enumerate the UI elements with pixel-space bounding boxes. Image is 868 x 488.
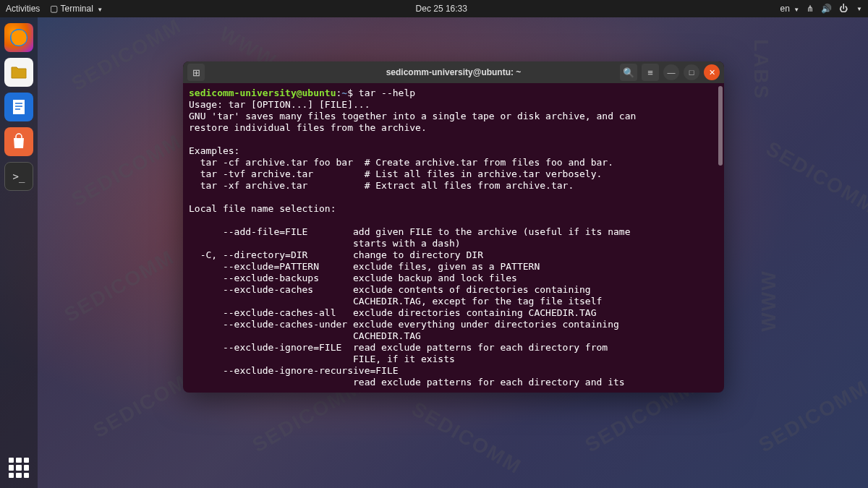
- terminal-prompt-icon: >_: [13, 171, 25, 182]
- scrollbar-thumb[interactable]: [718, 86, 723, 166]
- activities-button[interactable]: Activities: [6, 4, 40, 14]
- maximize-icon: □: [689, 68, 694, 77]
- prompt-path: ~: [341, 87, 347, 98]
- hamburger-icon: ≡: [647, 67, 653, 78]
- firefox-icon: [8, 27, 30, 48]
- volume-icon[interactable]: 🔊: [821, 4, 832, 14]
- network-icon[interactable]: ⋔: [807, 4, 814, 14]
- shopping-bag-icon: [9, 132, 28, 151]
- top-bar: Activities ▢ Terminal ▼ Dec 25 16:33 en …: [0, 0, 868, 17]
- chevron-down-icon: ▼: [97, 7, 103, 13]
- close-button[interactable]: ✕: [704, 64, 720, 80]
- command-text: tar --help: [359, 87, 415, 98]
- terminal-menu[interactable]: ▢ Terminal ▼: [50, 4, 103, 14]
- language-indicator[interactable]: en ▼: [780, 4, 799, 14]
- chevron-down-icon: ▼: [793, 7, 799, 13]
- command-output: Usage: tar [OPTION...] [FILE]... GNU 'ta…: [189, 99, 636, 388]
- terminal-menu-label: Terminal: [60, 4, 93, 14]
- minimize-button[interactable]: ―: [663, 64, 679, 80]
- dock: >_: [0, 17, 38, 488]
- dock-firefox[interactable]: [4, 23, 33, 52]
- clock[interactable]: Dec 25 16:33: [103, 4, 780, 14]
- maximize-button[interactable]: □: [684, 64, 699, 80]
- language-label: en: [780, 4, 789, 14]
- terminal-output[interactable]: sedicomm-university@ubuntu:~$ tar --help…: [183, 83, 724, 393]
- search-button[interactable]: 🔍: [620, 64, 637, 81]
- hamburger-menu-button[interactable]: ≡: [642, 64, 659, 81]
- minimize-icon: ―: [668, 68, 676, 77]
- power-icon[interactable]: ⏻: [839, 4, 848, 14]
- prompt-user-host: sedicomm-university@ubuntu: [189, 87, 336, 98]
- prompt-symbol: $: [347, 87, 359, 98]
- close-icon: ✕: [709, 68, 715, 77]
- document-icon: [9, 98, 28, 116]
- terminal-window: ⊞ sedicomm-university@ubuntu: ~ 🔍 ≡ ― □ …: [183, 61, 724, 393]
- folder-icon: [9, 63, 28, 82]
- dock-files[interactable]: [4, 58, 33, 87]
- watermark: WWW: [757, 270, 780, 331]
- dock-ubuntu-software[interactable]: [4, 127, 33, 156]
- new-tab-button[interactable]: ⊞: [187, 64, 205, 81]
- show-applications-button[interactable]: [7, 456, 30, 479]
- window-title: sedicomm-university@ubuntu: ~: [386, 67, 522, 77]
- dock-libreoffice-writer[interactable]: [4, 93, 33, 121]
- dock-terminal[interactable]: >_: [4, 162, 33, 191]
- search-icon: 🔍: [623, 67, 634, 78]
- watermark: LABS: [749, 39, 773, 100]
- plus-tab-icon: ⊞: [192, 67, 200, 78]
- window-titlebar[interactable]: ⊞ sedicomm-university@ubuntu: ~ 🔍 ≡ ― □ …: [183, 61, 724, 83]
- terminal-icon: ▢: [50, 4, 58, 14]
- chevron-down-icon: ▼: [856, 6, 862, 12]
- svg-rect-1: [13, 100, 25, 114]
